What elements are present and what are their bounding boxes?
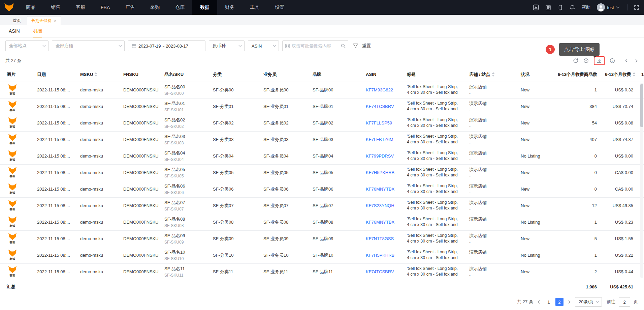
- nav-item-3[interactable]: 客服: [68, 0, 93, 15]
- prev-page-icon[interactable]: [537, 300, 541, 304]
- shop-select[interactable]: 全部店铺: [52, 40, 125, 51]
- help-icon[interactable]: ?: [610, 58, 615, 63]
- table-row: 赛狐2022-11-15 08:...demo-mskuDEMO000FNSKU…: [0, 82, 644, 98]
- asin-link[interactable]: KF7FLLSP59: [366, 120, 392, 125]
- product-image-label: 赛狐: [9, 207, 15, 211]
- asin-link[interactable]: KF76MNYTBX: [366, 220, 394, 225]
- nav-item-1[interactable]: 商品: [18, 0, 43, 15]
- fox-image-icon: [8, 117, 17, 124]
- nav-item-8[interactable]: 数据: [192, 0, 217, 15]
- table-row: 赛狐2022-11-15 08:...demo-mskuDEMO000FNSKU…: [0, 230, 644, 247]
- product-image[interactable]: 赛狐: [7, 134, 18, 145]
- sort-icon[interactable]: [492, 72, 495, 77]
- asin-link[interactable]: KF7H5PKHRB: [366, 170, 394, 175]
- asin-link[interactable]: KF76MNYTBX: [366, 187, 394, 192]
- page-tab-1[interactable]: 首页: [9, 16, 25, 25]
- scrollbar-thumb[interactable]: [640, 84, 643, 127]
- search-icon[interactable]: [341, 44, 346, 48]
- filter-funnel-icon[interactable]: [353, 44, 358, 48]
- nav-item-5[interactable]: 广告: [118, 0, 142, 15]
- scroll-right-icon[interactable]: [634, 58, 639, 63]
- cell-date: 2022-11-15 08:...: [33, 82, 76, 98]
- product-image[interactable]: 赛狐: [7, 101, 18, 112]
- asin-link[interactable]: KF7S23YNQH: [366, 203, 394, 208]
- search-type-select[interactable]: ASIN: [248, 40, 279, 51]
- fox-image-icon: [8, 134, 17, 141]
- nav-item-11[interactable]: 设置: [267, 0, 292, 15]
- asin-link[interactable]: KF7H5PKHRB: [366, 253, 394, 258]
- help-link[interactable]: 帮助: [582, 4, 590, 10]
- scroll-left-icon[interactable]: [624, 58, 629, 63]
- column-header-14[interactable]: 6-12个月收费: [601, 67, 637, 82]
- cell-msku: demo-msku: [76, 82, 119, 98]
- user-menu[interactable]: test: [597, 3, 619, 11]
- view-tab-1[interactable]: ASIN: [9, 25, 20, 37]
- page-tab-2[interactable]: 长期仓储费×: [27, 16, 61, 25]
- column-header-11[interactable]: 店铺 / 站点: [465, 67, 517, 82]
- notification-bell-icon[interactable]: [570, 5, 575, 10]
- cell-site-sub: -: [469, 273, 513, 278]
- nav-item-9[interactable]: 财务: [217, 0, 242, 15]
- tab-close-icon[interactable]: ×: [54, 19, 57, 23]
- sort-icon[interactable]: [94, 72, 97, 77]
- view-tab-2[interactable]: 明细: [33, 25, 42, 37]
- product-image[interactable]: 赛狐: [7, 117, 18, 129]
- vertical-scrollbar[interactable]: [640, 83, 643, 278]
- page-button-2[interactable]: 2: [555, 298, 564, 306]
- mobile-app-icon[interactable]: [557, 5, 563, 10]
- sort-icon[interactable]: [633, 72, 636, 77]
- announcement-icon[interactable]: [545, 5, 551, 10]
- product-image[interactable]: 赛狐: [7, 217, 18, 228]
- cell-qty: 5: [554, 230, 601, 247]
- asin-link[interactable]: KF74TCSBRV: [366, 104, 394, 109]
- fullscreen-icon[interactable]: [634, 5, 639, 10]
- site-select[interactable]: 全部站点: [5, 40, 49, 51]
- product-image[interactable]: 赛狐: [7, 150, 18, 162]
- next-page-icon[interactable]: [567, 300, 572, 304]
- asin-link[interactable]: KF7M93G822: [366, 87, 393, 92]
- product-image-label: 赛狐: [9, 257, 15, 261]
- search-input[interactable]: [292, 44, 339, 49]
- currency-select[interactable]: 原币种: [209, 40, 245, 51]
- product-image[interactable]: 赛狐: [7, 184, 18, 195]
- cell-sku-sub: SF-SKU01: [164, 108, 205, 112]
- download-center-icon[interactable]: [533, 4, 539, 10]
- date-range-picker[interactable]: 2023-07-19 ~ 2023-08-17: [128, 40, 205, 51]
- product-image-label: 赛狐: [9, 141, 15, 145]
- page-size-select[interactable]: 20条/页: [575, 297, 602, 307]
- refresh-icon[interactable]: [573, 58, 578, 63]
- product-image[interactable]: 赛狐: [7, 266, 18, 277]
- asin-link[interactable]: KF7N1T8GSS: [366, 236, 394, 241]
- product-image-label: 赛狐: [9, 224, 15, 228]
- page-button-1[interactable]: 1: [545, 298, 553, 306]
- asin-link[interactable]: KF799PDRSV: [366, 153, 394, 159]
- reset-button[interactable]: 重置: [362, 43, 371, 49]
- product-image[interactable]: 赛狐: [7, 250, 18, 261]
- nav-item-4[interactable]: FBA: [93, 0, 118, 15]
- product-image[interactable]: 赛狐: [7, 200, 18, 211]
- nav-item-2[interactable]: 销售: [43, 0, 68, 15]
- cell-site-sub: -: [469, 124, 513, 129]
- fox-image-icon: [8, 200, 17, 207]
- cell-date: 2022-11-15 08:...: [33, 131, 76, 148]
- goto-label: 前往: [607, 299, 615, 305]
- nav-item-6[interactable]: 采购: [142, 0, 167, 15]
- asin-link[interactable]: KF7LFBTZ6M: [366, 137, 393, 142]
- nav-item-10[interactable]: 工具: [242, 0, 267, 15]
- column-header-3[interactable]: MSKU: [76, 67, 119, 82]
- display-settings-icon[interactable]: [583, 58, 589, 63]
- nav-item-7[interactable]: 仓库: [167, 0, 192, 15]
- fox-image-icon: [8, 184, 17, 191]
- product-image[interactable]: 赛狐: [7, 233, 18, 244]
- cell-salesman: SF-业务员11: [259, 263, 309, 280]
- product-image[interactable]: 赛狐: [7, 84, 18, 95]
- app-logo[interactable]: [0, 0, 18, 15]
- column-header-12: 状况: [517, 67, 554, 82]
- export-icon[interactable]: [597, 58, 602, 63]
- cell-fee: US$ 49.85: [601, 197, 637, 214]
- cell-qty: 1: [554, 247, 601, 263]
- topnav-actions: 帮助 test: [533, 0, 644, 15]
- asin-link[interactable]: KF74TCSBRV: [366, 269, 394, 274]
- goto-page-input[interactable]: [619, 297, 630, 307]
- product-image[interactable]: 赛狐: [7, 167, 18, 178]
